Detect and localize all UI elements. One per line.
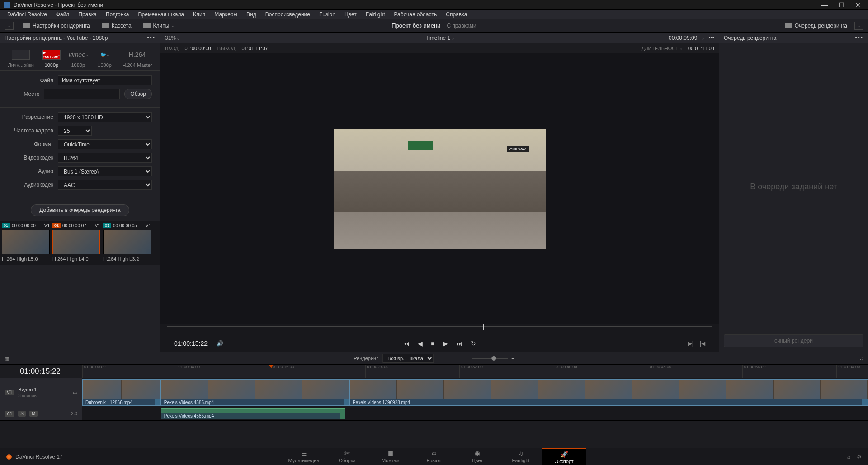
prev-frame-button[interactable]: ◀ [418,340,423,347]
preset-h264[interactable]: H.264H.264 Master [123,50,152,68]
zoom-slider-track[interactable] [472,358,508,359]
menu-item[interactable]: DaVinci Resolve [3,10,52,19]
menu-item[interactable]: Fusion [315,10,340,19]
resolution-select[interactable]: 1920 x 1080 HD [58,112,152,122]
render-queue-button[interactable]: Очередь рендеринга [782,21,850,30]
menu-item[interactable]: Вид [242,10,261,19]
add-to-queue-button[interactable]: Добавить в очередь рендеринга [31,204,129,216]
menu-item[interactable]: Временная шкала [134,10,189,19]
vcodec-label: Видеокодек [8,155,53,161]
track-content-v1[interactable]: Dubrovnik - 12866.mp4 Pexels Videos 4585… [82,378,868,407]
scrubber[interactable] [167,326,712,333]
track-thumb-icon[interactable]: ▭ [73,390,77,395]
vcodec-select[interactable]: H.264 [58,153,152,163]
page-fairlight[interactable]: ♫Fairlight [499,448,542,465]
format-select[interactable]: QuickTime [58,139,152,149]
menu-item[interactable]: Маркеры [210,10,242,19]
minimize-button[interactable]: — [821,1,828,9]
timeline-name[interactable]: Timeline 1 [425,35,453,41]
track-header-a1[interactable]: A1 S M 2.0 [0,407,82,420]
mute-button[interactable]: M [29,411,38,417]
viewer-menu-icon[interactable]: ••• [708,35,714,41]
clips-button[interactable]: Клипы [141,21,177,30]
zoom-slider-knob[interactable] [491,356,496,361]
playhead[interactable] [271,365,271,455]
browse-button[interactable]: Обзор [124,89,152,99]
acodec-select[interactable]: AAC [58,180,152,190]
viewer-tc-dropdown[interactable] [702,35,704,41]
page-label: Сборка [339,458,356,463]
toolbar-dropdown[interactable] [5,22,14,30]
resolution-label: Разрешение [8,114,53,120]
play-button[interactable]: ▶ [443,340,448,347]
timeline-clip[interactable]: Dubrovnik - 12866.mp4 [82,379,161,406]
settings-icon[interactable]: ⚙ [857,454,862,460]
render-settings-button[interactable]: Настройки рендеринга [20,21,93,30]
clip-card[interactable]: 0100:00:00:00V1 H.264 High L5.0 [2,223,50,262]
file-input[interactable] [58,75,152,85]
menu-item[interactable]: Fairlight [361,10,390,19]
scrubber-playhead[interactable] [483,324,484,330]
timeline-view-icon[interactable]: ▦ [5,355,9,362]
fps-select[interactable]: 25 [58,126,92,136]
maximize-button[interactable]: ☐ [839,1,844,9]
clip-tc: 00:00:00:07 [62,223,86,228]
track-header-v1[interactable]: V1 Видео 1 3 клипов ▭ [0,378,82,407]
page-deliver[interactable]: 🚀Экспорт [542,448,586,465]
menu-item[interactable]: Правка [74,10,101,19]
clip-card[interactable]: 0200:00:00:07V1 H.264 High L4.0 [52,223,100,262]
video-track-1: V1 Видео 1 3 клипов ▭ Dubrovnik - 12866.… [0,378,868,407]
ruler-tick: 01:00:24:00 [365,365,389,378]
menu-item[interactable]: Рабочая область [390,10,442,19]
music-icon[interactable]: ♫ [859,355,863,362]
timeline-audio-clip[interactable]: Pexels Videos 4585.mp4 [161,408,345,419]
location-input[interactable] [44,89,120,99]
page-edit[interactable]: ▦Монтаж [369,448,412,465]
zoom-dropdown[interactable]: 31% [165,35,179,41]
page-color[interactable]: ◉Цвет [456,448,499,465]
loop-button[interactable]: ↻ [471,340,476,347]
audio-select[interactable]: Bus 1 (Stereo) [58,166,152,176]
tape-button[interactable]: Кассета [99,21,134,30]
timeline-clip[interactable]: Pexels Videos 1396928.mp4 [349,379,868,406]
timeline-ruler[interactable]: 01:00:00:00 01:00:08:00 01:00:16:00 01:0… [82,365,868,378]
menu-item[interactable]: Файл [52,10,74,19]
home-icon[interactable]: ⌂ [847,454,850,460]
viewer[interactable] [160,53,719,324]
menu-item[interactable]: Воспроизведение [261,10,315,19]
page-cut[interactable]: ✄Сборка [326,448,369,465]
render-range-select[interactable]: Вся вр... шкала [382,354,434,363]
page-fusion[interactable]: ∞Fusion [412,448,456,465]
menu-item[interactable]: Справка [441,10,472,19]
track-content-a1[interactable]: Pexels Videos 4585.mp4 [82,407,868,420]
speaker-icon[interactable]: 🔊 [217,340,223,347]
preset-label: 1080p [45,62,59,68]
track-gain: 2.0 [71,411,77,416]
render-queue-title: Очередь рендеринга [724,35,776,41]
zoom-in-button[interactable]: + [511,356,514,361]
next-clip-button[interactable]: ▶| [688,340,693,347]
render-settings-icon [23,23,30,28]
youtube-icon: ▶ YouTube [42,50,61,60]
panel-menu-icon[interactable]: ••• [147,35,156,41]
clip-card[interactable]: 0300:00:00:05V1 H.264 High L3.2 [103,223,151,262]
preset-twitter[interactable]: 🐦1080p [96,50,114,68]
preset-custom[interactable]: Личн...ойки [8,50,34,68]
toolbar-dropdown-right[interactable] [854,22,863,30]
page-media[interactable]: ☰Мультимедиа [282,448,326,465]
prev-clip-button[interactable]: |◀ [700,340,705,347]
preset-vimeo[interactable]: vimeo1080p [69,50,87,68]
queue-menu-icon[interactable]: ••• [855,35,863,41]
menu-item[interactable]: Цвет [340,10,361,19]
first-frame-button[interactable]: ⏮ [403,340,410,347]
zoom-out-button[interactable]: – [465,356,468,361]
timeline-clip[interactable]: Pexels Videos 4585.mp4 [161,379,349,406]
menu-item[interactable]: Подгонка [101,10,134,19]
close-button[interactable]: ✕ [855,1,861,9]
solo-button[interactable]: S [18,411,26,417]
menu-item[interactable]: Клип [189,10,210,19]
last-frame-button[interactable]: ⏭ [456,340,462,347]
preset-youtube[interactable]: ▶ YouTube1080p [42,50,61,68]
start-render-button[interactable]: ечный рендери [724,334,863,347]
stop-button[interactable]: ■ [431,340,434,347]
